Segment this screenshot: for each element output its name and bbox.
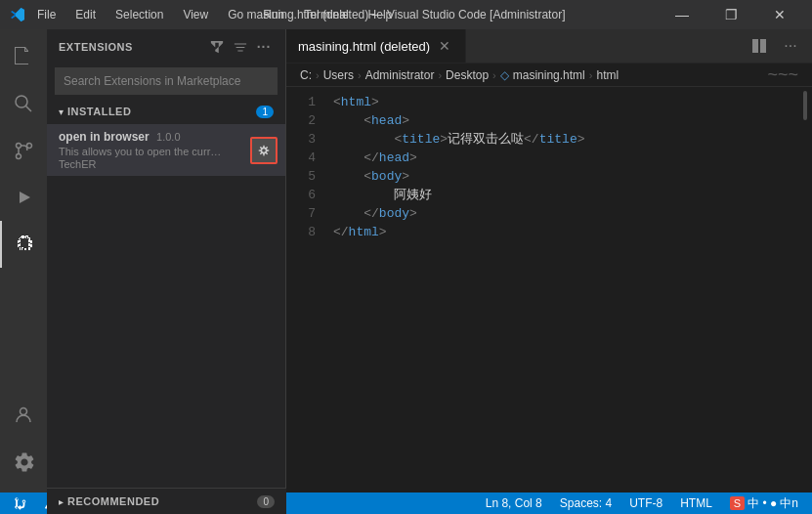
breadcrumb-html[interactable]: html xyxy=(596,68,619,82)
breadcrumb-users[interactable]: Users xyxy=(323,68,354,82)
installed-badge: 1 xyxy=(256,106,274,118)
extension-item-open-in-browser[interactable]: open in browser 1.0.0 This allows you to… xyxy=(47,124,285,176)
ime-indicator: S xyxy=(730,496,745,510)
indentation: Spaces: 4 xyxy=(560,496,612,510)
menu-view[interactable]: View xyxy=(179,6,212,23)
installed-section-left: ▾ INSTALLED xyxy=(59,106,131,117)
breadcrumb-administrator[interactable]: Administrator xyxy=(365,68,435,82)
svg-point-3 xyxy=(17,154,21,159)
language: HTML xyxy=(680,496,712,510)
svg-point-6 xyxy=(21,408,27,415)
svg-point-4 xyxy=(27,144,32,149)
editor-tab-masining[interactable]: masining.html (deleted) ✕ xyxy=(286,29,466,63)
extension-author: TechER xyxy=(59,158,274,170)
scroll-thumb xyxy=(803,91,807,120)
extension-version: 1.0.0 xyxy=(156,131,180,143)
sort-extensions-icon[interactable] xyxy=(231,37,250,57)
ime-status[interactable]: S 中 • ● 中n xyxy=(724,493,804,514)
activity-explorer-icon[interactable] xyxy=(0,33,47,80)
cursor-position: Ln 8, Col 8 xyxy=(486,496,542,510)
sidebar-title: EXTENSIONS xyxy=(59,41,133,53)
recommended-section: ▸ RECOMMENDED 0 xyxy=(47,488,286,493)
installed-section-title: INSTALLED xyxy=(67,106,131,117)
sidebar: EXTENSIONS ··· ▾ INSTALLED xyxy=(47,29,286,493)
activity-extensions-icon[interactable] xyxy=(0,221,47,268)
tab-filename: masining.html (deleted) xyxy=(298,39,430,54)
activity-account-icon[interactable] xyxy=(0,391,47,438)
scrollbar[interactable] xyxy=(798,87,812,493)
window-controls[interactable]: — ❐ ✕ xyxy=(660,0,802,29)
installed-chevron-icon: ▾ xyxy=(59,107,64,117)
editor-area: masining.html (deleted) ✕ ··· C: › Users… xyxy=(286,29,812,493)
breadcrumb-sep-2: › xyxy=(358,69,362,81)
encoding-status[interactable]: UTF-8 xyxy=(623,493,668,514)
installed-section-header[interactable]: ▾ INSTALLED 1 xyxy=(47,99,285,124)
search-input[interactable] xyxy=(64,74,269,88)
activity-bar xyxy=(0,29,47,493)
minimap-squiggle: ~~~ xyxy=(767,64,798,85)
activity-git-icon[interactable] xyxy=(0,127,47,174)
code-editor[interactable]: 1 2 3 4 5 6 7 8 <html> <head> <title>记得双… xyxy=(286,87,812,493)
activity-settings-icon[interactable] xyxy=(0,438,47,485)
breadcrumb-file-icon: ◇ xyxy=(500,68,509,82)
code-content[interactable]: <html> <head> <title>记得双击么哒</title> </he… xyxy=(325,87,798,493)
git-branch-status[interactable] xyxy=(8,493,33,514)
breadcrumb-sep-1: › xyxy=(316,69,320,81)
ime-mode: 中n xyxy=(780,495,798,512)
menu-go[interactable]: Go xyxy=(224,6,247,23)
svg-point-0 xyxy=(16,96,27,107)
recommended-section-header[interactable]: ▸ RECOMMENDED 0 xyxy=(47,489,286,493)
breadcrumb-desktop[interactable]: Desktop xyxy=(446,68,489,82)
close-button[interactable]: ✕ xyxy=(757,0,802,29)
extension-info: open in browser 1.0.0 xyxy=(59,130,181,144)
sidebar-header: EXTENSIONS ··· xyxy=(47,29,285,64)
activity-debug-icon[interactable] xyxy=(0,174,47,221)
main-area: EXTENSIONS ··· ▾ INSTALLED xyxy=(0,29,812,493)
search-box[interactable] xyxy=(55,67,278,95)
vscode-logo-icon xyxy=(10,7,25,22)
split-editor-icon[interactable] xyxy=(746,32,773,60)
language-status[interactable]: HTML xyxy=(674,493,718,514)
menu-selection[interactable]: Selection xyxy=(111,6,167,23)
breadcrumb-masining[interactable]: masining.html xyxy=(513,68,585,82)
svg-point-2 xyxy=(17,144,21,149)
breadcrumb-c[interactable]: C: xyxy=(300,68,312,82)
tab-bar-right: ··· xyxy=(746,29,812,63)
status-bar-right: Ln 8, Col 8 Spaces: 4 UTF-8 HTML S 中 • ●… xyxy=(480,493,804,514)
tab-close-icon[interactable]: ✕ xyxy=(436,37,453,55)
title-bar: File Edit Selection View Go Run Terminal… xyxy=(0,0,812,29)
indentation-status[interactable]: Spaces: 4 xyxy=(554,493,618,514)
menu-file[interactable]: File xyxy=(33,6,60,23)
minimize-button[interactable]: — xyxy=(660,0,705,29)
window-title: masining.html (deleted) — Visual Studio … xyxy=(247,8,566,21)
extension-item-header: open in browser 1.0.0 xyxy=(59,130,274,144)
more-actions-icon[interactable]: ··· xyxy=(254,37,274,57)
breadcrumb-sep-3: › xyxy=(438,69,442,81)
filter-extensions-icon[interactable] xyxy=(207,37,227,57)
extension-gear-button[interactable] xyxy=(250,137,278,164)
breadcrumb-sep-4: › xyxy=(492,69,496,81)
tab-bar: masining.html (deleted) ✕ ··· xyxy=(286,29,812,64)
maximize-button[interactable]: ❐ xyxy=(708,0,753,29)
encoding: UTF-8 xyxy=(629,496,662,510)
more-editor-actions-icon[interactable]: ··· xyxy=(777,32,804,60)
breadcrumb: C: › Users › Administrator › Desktop › ◇… xyxy=(286,64,812,87)
svg-line-1 xyxy=(26,107,32,112)
breadcrumb-sep-5: › xyxy=(589,69,593,81)
extension-name: open in browser xyxy=(59,130,150,144)
extension-description: This allows you to open the current fil.… xyxy=(59,146,225,157)
menu-edit[interactable]: Edit xyxy=(71,6,100,23)
activity-search-icon[interactable] xyxy=(0,80,47,127)
line-numbers: 1 2 3 4 5 6 7 8 xyxy=(286,87,325,493)
sidebar-actions[interactable]: ··· xyxy=(207,37,274,57)
ime-text: 中 • ● xyxy=(748,495,777,512)
svg-marker-5 xyxy=(20,192,30,203)
cursor-position-status[interactable]: Ln 8, Col 8 xyxy=(480,493,548,514)
activity-bar-bottom xyxy=(0,391,47,493)
